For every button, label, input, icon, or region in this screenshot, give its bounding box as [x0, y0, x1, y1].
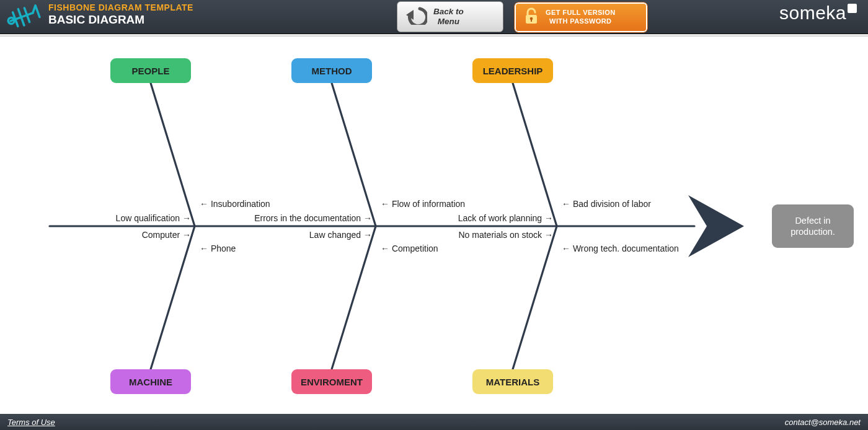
cause-computer[interactable]: Computer → [142, 230, 191, 240]
svg-line-14 [332, 226, 376, 369]
cause-lack-planning[interactable]: Lack of work planning → [458, 213, 553, 223]
svg-marker-16 [688, 195, 744, 257]
svg-line-15 [513, 226, 557, 369]
fishbone-svg [0, 37, 868, 415]
cause-competition[interactable]: ← Competition [381, 244, 438, 253]
unlock-icon [523, 7, 539, 27]
category-materials[interactable]: MATERIALS [472, 369, 553, 394]
cause-flow-info[interactable]: ← Flow of information [381, 199, 465, 209]
fishbone-logo-icon [4, 2, 41, 33]
back-to-menu-button[interactable]: Back toMenu [397, 1, 503, 32]
template-title: FISHBONE DIAGRAM TEMPLATE [48, 2, 193, 12]
diagram-subtitle: BASIC DIAGRAM [48, 13, 193, 27]
category-machine[interactable]: MACHINE [110, 369, 191, 394]
svg-rect-8 [531, 19, 532, 22]
category-people[interactable]: PEOPLE [110, 58, 191, 83]
cause-bad-division[interactable]: ← Bad division of labor [562, 199, 651, 209]
brand-icon [848, 4, 857, 13]
category-method[interactable]: METHOD [291, 58, 372, 83]
effect-box[interactable]: Defect in production. [772, 204, 854, 248]
back-arrow-icon [406, 6, 427, 27]
header-titles: FISHBONE DIAGRAM TEMPLATE BASIC DIAGRAM [48, 2, 193, 27]
cause-no-materials[interactable]: No materials on stock → [459, 230, 554, 240]
terms-of-use-link[interactable]: Terms of Use [7, 418, 55, 427]
contact-email[interactable]: contact@someka.net [785, 418, 861, 427]
fishbone-canvas: PEOPLE METHOD LEADERSHIP MACHINE ENVIROM… [0, 37, 868, 415]
svg-line-11 [332, 83, 376, 226]
app-footer: Terms of Use contact@someka.net [0, 414, 868, 430]
someka-brand: someka [779, 2, 857, 24]
category-enviroment[interactable]: ENVIROMENT [291, 369, 372, 394]
get-full-version-button[interactable]: GET FULL VERSIONWITH PASSWORD [515, 2, 647, 32]
svg-line-10 [151, 83, 195, 226]
category-leadership[interactable]: LEADERSHIP [472, 58, 553, 83]
full-version-label: GET FULL VERSIONWITH PASSWORD [546, 9, 616, 26]
cause-wrong-tech-doc[interactable]: ← Wrong tech. documentation [562, 244, 679, 253]
back-button-label: Back toMenu [433, 7, 464, 26]
cause-phone[interactable]: ← Phone [200, 244, 236, 253]
app-header: FISHBONE DIAGRAM TEMPLATE BASIC DIAGRAM … [0, 0, 868, 34]
svg-line-12 [513, 83, 557, 226]
svg-line-13 [151, 226, 195, 369]
cause-law-changed[interactable]: Law changed → [309, 230, 372, 240]
cause-low-qualification[interactable]: Low qualification → [116, 213, 191, 223]
cause-insubordination[interactable]: ← Insubordination [200, 199, 270, 209]
cause-errors-doc[interactable]: Errors in the documentation → [254, 213, 372, 223]
